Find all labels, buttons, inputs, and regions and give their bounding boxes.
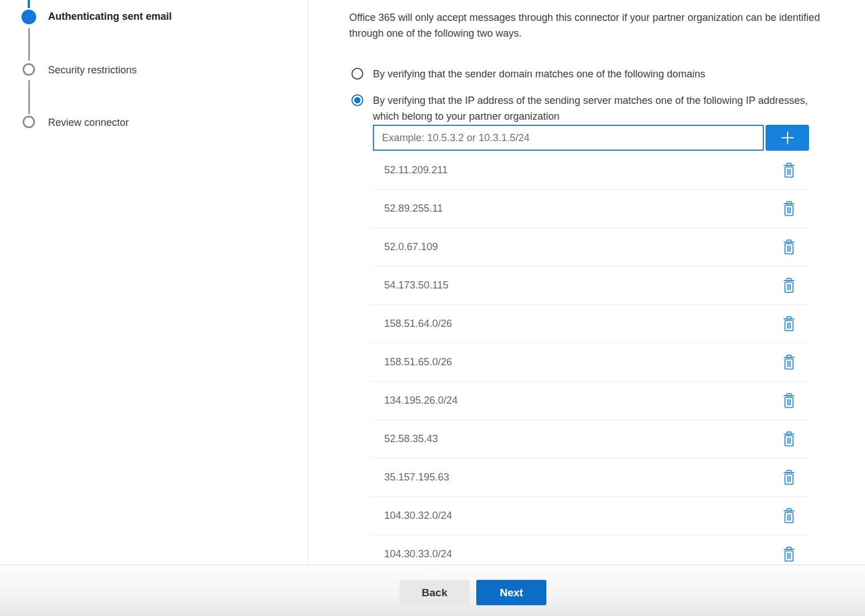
ip-list-row: 52.89.255.11 bbox=[371, 190, 809, 228]
ip-address-list: 52.11.209.211 52.89.255.11 bbox=[371, 151, 809, 565]
ip-list-row: 134.195.26.0/24 bbox=[371, 382, 809, 420]
delete-ip-button[interactable] bbox=[781, 238, 797, 256]
add-ip-button[interactable] bbox=[766, 125, 809, 151]
back-button[interactable]: Back bbox=[399, 580, 470, 605]
trash-icon bbox=[783, 393, 796, 408]
ip-list-row: 54.173.50.115 bbox=[371, 267, 809, 305]
step-review-connector[interactable]: Review connector bbox=[48, 117, 129, 129]
delete-ip-button[interactable] bbox=[781, 200, 797, 217]
option-verify-ip-address[interactable]: By verifying that the IP address of the … bbox=[351, 93, 829, 124]
ip-address-value: 52.89.255.11 bbox=[384, 203, 443, 215]
ip-list-row: 52.11.209.211 bbox=[371, 151, 809, 190]
ip-address-value: 158.51.65.0/26 bbox=[384, 356, 452, 368]
step-open-circle-icon bbox=[23, 63, 35, 76]
step-authenticating-sent-email[interactable]: Authenticating sent email bbox=[48, 11, 172, 23]
plus-icon bbox=[779, 129, 796, 146]
ip-address-value: 54.173.50.115 bbox=[384, 279, 449, 291]
delete-ip-button[interactable] bbox=[781, 315, 797, 333]
wizard-step-panel: Authenticating sent email Security restr… bbox=[0, 0, 308, 565]
trash-icon bbox=[783, 355, 796, 370]
delete-ip-button[interactable] bbox=[781, 353, 797, 371]
stepper-connector bbox=[28, 80, 30, 114]
ip-address-value: 134.195.26.0/24 bbox=[384, 395, 458, 407]
ip-list-row: 52.58.35.43 bbox=[371, 420, 809, 458]
trash-icon bbox=[783, 278, 796, 293]
trash-icon bbox=[783, 431, 796, 447]
ip-address-value: 104.30.32.0/24 bbox=[384, 510, 452, 522]
stepper-connector bbox=[28, 28, 30, 60]
ip-list-row: 35.157.195.63 bbox=[371, 458, 809, 497]
delete-ip-button[interactable] bbox=[781, 430, 797, 448]
delete-ip-button[interactable] bbox=[781, 277, 797, 294]
step-security-restrictions[interactable]: Security restrictions bbox=[48, 64, 137, 76]
ip-list-row: 158.51.65.0/26 bbox=[371, 343, 809, 382]
delete-ip-button[interactable] bbox=[781, 392, 797, 409]
next-button[interactable]: Next bbox=[476, 580, 546, 605]
ip-address-value: 35.157.195.63 bbox=[384, 471, 449, 483]
wizard-footer: Back Next bbox=[0, 565, 865, 616]
trash-icon bbox=[783, 316, 796, 331]
trash-icon bbox=[783, 508, 796, 523]
delete-ip-button[interactable] bbox=[781, 161, 797, 179]
delete-ip-button[interactable] bbox=[781, 507, 797, 525]
ip-list-row: 104.30.33.0/24 bbox=[371, 535, 809, 565]
trash-icon bbox=[783, 470, 796, 485]
trash-icon bbox=[783, 163, 796, 178]
ip-address-value: 52.11.209.211 bbox=[384, 164, 447, 176]
trash-icon bbox=[783, 201, 796, 216]
trash-icon bbox=[783, 239, 796, 255]
ip-address-input[interactable] bbox=[373, 125, 764, 151]
ip-list-row: 52.0.67.109 bbox=[371, 228, 809, 267]
radio-selected-icon[interactable] bbox=[351, 94, 363, 106]
stepper-rail-top bbox=[28, 0, 30, 8]
ip-list-row: 104.30.32.0/24 bbox=[371, 497, 809, 535]
trash-icon bbox=[783, 547, 796, 562]
delete-ip-button[interactable] bbox=[781, 545, 797, 563]
connector-wizard-page: Authenticating sent email Security restr… bbox=[0, 0, 865, 616]
ip-address-value: 52.58.35.43 bbox=[384, 433, 438, 445]
intro-text: Office 365 will only accept messages thr… bbox=[349, 10, 846, 41]
step-active-circle-icon bbox=[21, 10, 36, 24]
option-label: By verifying that the IP address of the … bbox=[373, 93, 829, 124]
option-label: By verifying that the sender domain matc… bbox=[373, 66, 705, 82]
delete-ip-button[interactable] bbox=[781, 469, 797, 486]
ip-address-value: 158.51.64.0/26 bbox=[384, 318, 452, 330]
ip-address-value: 52.0.67.109 bbox=[384, 241, 438, 253]
ip-address-value: 104.30.33.0/24 bbox=[384, 548, 452, 560]
step-open-circle-icon bbox=[23, 116, 35, 128]
option-verify-sender-domain[interactable]: By verifying that the sender domain matc… bbox=[351, 66, 854, 82]
radio-unselected-icon[interactable] bbox=[351, 68, 363, 80]
ip-list-row: 158.51.64.0/26 bbox=[371, 305, 809, 343]
